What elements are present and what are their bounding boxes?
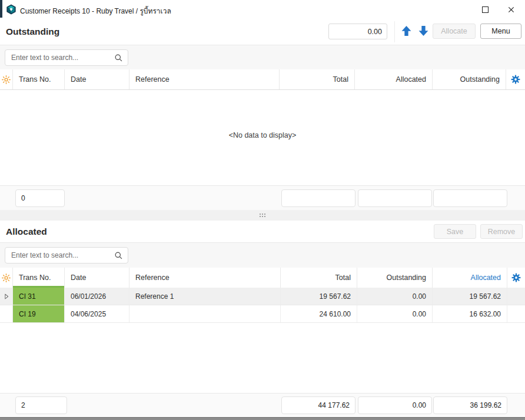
outstanding-section-header: Outstanding Allocate Menu — [0, 19, 525, 45]
app-logo-icon — [6, 4, 16, 15]
gear-icon — [511, 75, 520, 84]
maximize-button[interactable] — [472, 0, 498, 19]
allocated-total-summary: 44 177.62 — [281, 396, 355, 414]
cell-spacer — [507, 305, 525, 322]
outstanding-total-summary — [281, 189, 355, 207]
window-bottom-edge — [0, 417, 525, 420]
row-indicator-cell — [0, 305, 13, 322]
cell-trans-no[interactable]: CI 31 — [13, 288, 65, 305]
column-header-allocated[interactable]: Allocated — [433, 268, 507, 288]
allocated-row-count: 2 — [15, 396, 67, 414]
search-icon — [114, 251, 123, 260]
cell-total[interactable]: 24 610.00 — [281, 305, 357, 322]
outstanding-search-input[interactable] — [5, 54, 114, 62]
save-button[interactable]: Save — [434, 224, 476, 239]
column-chooser-cell[interactable] — [507, 268, 525, 288]
cell-outstanding[interactable]: 0.00 — [357, 305, 433, 322]
outstanding-search-box[interactable] — [5, 49, 128, 66]
outstanding-allocated-summary — [358, 189, 432, 207]
cell-spacer — [507, 288, 525, 305]
select-all-cell[interactable] — [0, 268, 13, 288]
table-row[interactable]: CI 19 04/06/2025 24 610.00 0.00 16 632.0… — [0, 305, 525, 323]
allocated-title: Allocated — [6, 226, 47, 237]
outstanding-row-count: 0 — [15, 189, 65, 207]
arrow-down-icon — [418, 25, 429, 36]
cell-total[interactable]: 19 567.62 — [281, 288, 357, 305]
allocated-toolbar — [0, 243, 525, 268]
remove-button[interactable]: Remove — [480, 224, 523, 239]
cell-trans-no[interactable]: CI 19 — [13, 305, 65, 322]
allocated-section-header: Allocated Save Remove — [0, 221, 525, 243]
column-header-reference[interactable]: Reference — [129, 69, 280, 89]
sun-icon — [2, 274, 11, 282]
sun-icon — [2, 75, 11, 84]
table-row[interactable]: CI 31 06/01/2026 Reference 1 19 567.62 0… — [0, 288, 525, 305]
maximize-icon — [482, 6, 489, 13]
divider — [394, 21, 395, 42]
no-data-message: <No data to display> — [229, 131, 297, 139]
column-header-date[interactable]: Date — [65, 69, 129, 89]
outstanding-grid-header: Trans No. Date Reference Total Allocated… — [0, 69, 525, 90]
close-icon — [507, 6, 515, 14]
search-icon — [114, 54, 123, 62]
allocated-search-input[interactable] — [5, 251, 114, 259]
outstanding-title: Outstanding — [6, 26, 59, 37]
allocated-allocated-summary: 36 199.62 — [433, 396, 507, 414]
allocated-search-box[interactable] — [5, 247, 128, 264]
column-header-total[interactable]: Total — [280, 69, 355, 89]
menu-button[interactable]: Menu — [480, 24, 521, 39]
row-indicator-cell — [0, 288, 13, 305]
gear-icon — [511, 273, 521, 282]
outstanding-grid-body: <No data to display> — [0, 90, 525, 185]
cell-date[interactable]: 04/06/2025 — [65, 305, 129, 322]
allocated-grid-body: CI 31 06/01/2026 Reference 1 19 567.62 0… — [0, 288, 525, 323]
outstanding-grid-footer: 0 — [0, 185, 525, 211]
close-button[interactable] — [498, 0, 524, 19]
allocated-grid-footer: 2 44 177.62 0.00 36 199.62 — [0, 393, 525, 418]
column-header-trans-no[interactable]: Trans No. — [13, 268, 65, 288]
arrow-up-icon — [401, 25, 412, 36]
cell-date[interactable]: 06/01/2026 — [65, 288, 129, 305]
titlebar: Customer Receipts 10 - Ruby Travel / รูบ… — [0, 0, 525, 19]
cell-reference[interactable]: Reference 1 — [129, 288, 281, 305]
cell-reference[interactable] — [129, 305, 281, 322]
column-header-allocated[interactable]: Allocated — [355, 69, 433, 89]
column-header-reference[interactable]: Reference — [129, 268, 281, 288]
row-focus-arrow-icon — [2, 292, 11, 301]
column-header-date[interactable]: Date — [65, 268, 129, 288]
cell-allocated[interactable]: 16 632.00 — [433, 305, 507, 322]
move-up-button[interactable] — [398, 22, 414, 39]
panel-splitter[interactable] — [0, 210, 525, 221]
cell-outstanding[interactable]: 0.00 — [357, 288, 433, 305]
cell-allocated[interactable]: 19 567.62 — [433, 288, 507, 305]
window-title: Customer Receipts 10 - Ruby Travel / รูบ… — [20, 5, 171, 16]
allocation-amount-input[interactable] — [328, 24, 387, 39]
app-window: Customer Receipts 10 - Ruby Travel / รูบ… — [0, 0, 525, 420]
select-all-cell[interactable] — [0, 69, 13, 89]
allocated-outstanding-summary: 0.00 — [358, 396, 432, 414]
move-down-button[interactable] — [416, 22, 431, 39]
outstanding-toolbar — [0, 45, 525, 69]
window-edge — [0, 0, 2, 18]
column-header-outstanding[interactable]: Outstanding — [357, 268, 433, 288]
allocated-grid-header: Trans No. Date Reference Total Outstandi… — [0, 268, 525, 288]
column-header-trans-no[interactable]: Trans No. — [13, 69, 65, 89]
outstanding-outstanding-summary — [433, 189, 507, 207]
column-header-outstanding[interactable]: Outstanding — [433, 69, 506, 89]
splitter-grip-icon — [260, 214, 265, 217]
allocate-button[interactable]: Allocate — [433, 24, 476, 39]
column-header-total[interactable]: Total — [281, 268, 357, 288]
column-chooser-cell[interactable] — [506, 69, 525, 89]
